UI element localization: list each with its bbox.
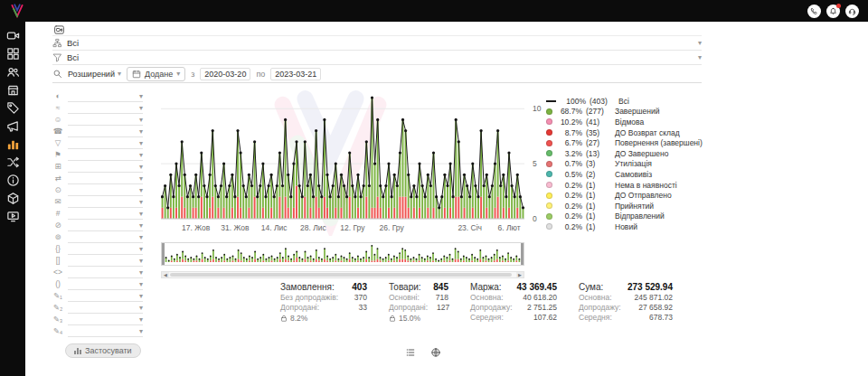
- dropdown: [68, 208, 143, 220]
- stat-title-label: Маржа:: [470, 282, 502, 292]
- sidebar-item-grid[interactable]: [6, 47, 20, 61]
- legend-label: ДО Завершено: [615, 149, 668, 158]
- notifications-button[interactable]: [826, 5, 840, 18]
- legend-item[interactable]: 8.7%(35)ДО Возврат склад: [546, 127, 703, 138]
- calendar-icon: [132, 70, 141, 79]
- svg-text:17. Жов: 17. Жов: [182, 223, 211, 232]
- scrollbar-thumb[interactable]: [170, 273, 512, 277]
- stat-sub-label: Допродані:: [389, 303, 428, 312]
- filter-email[interactable]: ✉: [52, 196, 143, 208]
- legend-count: (1): [586, 181, 611, 190]
- sidebar-item-info[interactable]: [6, 174, 20, 187]
- date-field-dropdown[interactable]: Додане: [127, 67, 185, 81]
- chart-navigator[interactable]: [161, 242, 524, 269]
- legend-percent: 68.7%: [556, 107, 582, 116]
- legend-item[interactable]: 0.7%(3)Утилізація: [546, 159, 703, 170]
- stat-column: Товари:845Основні:718Допродані:12715.0%: [389, 282, 448, 323]
- dot-swatch: [546, 161, 552, 167]
- filter-product[interactable]: ⊞: [52, 161, 143, 173]
- filter-dropdown-funnel[interactable]: Всі: [52, 51, 702, 65]
- filter-group[interactable]: ⊚: [52, 231, 143, 243]
- filter-tag-number[interactable]: #: [52, 208, 143, 220]
- legend-count: (1): [586, 191, 611, 200]
- stat-sub-row: Основні:718: [389, 293, 448, 302]
- date-to-input[interactable]: 2023-03-21: [270, 68, 321, 80]
- filter-custom-4[interactable]: (): [52, 278, 143, 290]
- sidebar-item-tags[interactable]: [6, 101, 20, 115]
- sidebar-item-marketing[interactable]: [6, 119, 20, 133]
- legend-item[interactable]: 0.2%(1)Прийнятий: [546, 201, 703, 212]
- filter-phone[interactable]: ☎: [52, 126, 143, 137]
- filter-dropdown-funnel-value: Всі: [67, 52, 79, 62]
- dropdown: [68, 220, 143, 231]
- video-source-icon[interactable]: [52, 23, 66, 34]
- stat-column: Сума:273 529.94Основна:245 871.02Допрода…: [579, 282, 673, 323]
- filter-custom-2[interactable]: []: [52, 255, 143, 267]
- globe-button[interactable]: [430, 345, 441, 356]
- legend-item[interactable]: 68.7%(277)Завершений: [546, 107, 703, 118]
- manager-icon: ☺: [52, 116, 63, 124]
- sidebar-item-products[interactable]: [6, 192, 20, 205]
- top-filters: Всі Всі Розширений Додане з 2020-03-20 п…: [52, 22, 702, 83]
- filter-note-1[interactable]: ✎₁: [52, 290, 143, 302]
- chevron-down-icon: [118, 70, 121, 78]
- filter-custom-1[interactable]: {}: [52, 243, 143, 255]
- filter-channel[interactable]: ≈: [52, 102, 143, 114]
- search-icon[interactable]: [52, 69, 62, 79]
- scroll-right-icon[interactable]: ▶: [516, 272, 524, 277]
- sidebar-item-users[interactable]: [6, 65, 20, 79]
- sidebar-item-analytics[interactable]: [6, 137, 20, 151]
- list-view-button[interactable]: [405, 345, 416, 356]
- chart-scrollbar[interactable]: ◀ ▶: [161, 271, 524, 278]
- legend-item[interactable]: 0.2%(1)Відправлений: [546, 212, 703, 222]
- legend-item[interactable]: 6.7%(27)Повернення (завершені): [546, 137, 703, 148]
- legend-item[interactable]: 0.2%(1)Нема в наявності: [546, 180, 703, 191]
- legend-item[interactable]: 0.2%(1)ДО Отправлено: [546, 190, 703, 201]
- filter-exchange[interactable]: ⇄: [52, 173, 143, 184]
- exchange-icon: ⇄: [52, 174, 63, 183]
- filter-dropdown-structure[interactable]: Всі: [52, 36, 702, 51]
- legend-item[interactable]: 100%(403)Всі: [546, 96, 703, 107]
- stat-sub-row: Середня:678.73: [579, 313, 673, 322]
- chevron-down-icon: [139, 164, 143, 171]
- search-mode-dropdown[interactable]: Розширений: [68, 70, 121, 79]
- angle-brackets-icon: <>: [52, 268, 63, 277]
- filter-target[interactable]: ⊙: [52, 184, 143, 196]
- filter-manager[interactable]: ☺: [52, 114, 143, 126]
- sidebar-item-media[interactable]: [6, 210, 20, 223]
- upsell-badge: 8.2%: [280, 314, 367, 323]
- filter-funnel[interactable]: ▽: [52, 137, 143, 149]
- legend-label: Відмова: [615, 118, 644, 127]
- filter-excluded[interactable]: ⊘: [52, 220, 143, 231]
- scroll-left-icon[interactable]: ◀: [162, 272, 169, 277]
- filter-status[interactable]: ◐: [52, 90, 143, 102]
- sidebar-item-store[interactable]: [6, 83, 20, 97]
- apply-button[interactable]: Застосувати: [65, 343, 141, 358]
- filter-custom-3[interactable]: <>: [52, 267, 143, 278]
- chevron-down-icon: [176, 70, 180, 78]
- legend-item[interactable]: 0.2%(1)Новий: [546, 221, 703, 232]
- stat-sub-label: Середня:: [579, 313, 612, 322]
- phone-button[interactable]: [807, 5, 821, 18]
- legend-percent: 0.2%: [556, 191, 582, 200]
- stat-sub-label: Основна:: [579, 293, 612, 302]
- orders-chart[interactable]: 051017. Жов31. Жов14. Лис28. Лис12. Гру2…: [161, 92, 555, 240]
- chevron-down-icon: [139, 305, 143, 312]
- stat-sub-row: Допродані:127: [389, 303, 448, 312]
- legend-item[interactable]: 0.5%(2)Самовивіз: [546, 169, 703, 180]
- support-button[interactable]: [845, 5, 859, 18]
- app-logo-icon[interactable]: [9, 3, 25, 19]
- dot-swatch: [546, 150, 552, 156]
- filter-note-3[interactable]: ✎₃: [52, 314, 143, 325]
- sidebar-item-video[interactable]: [6, 29, 20, 42]
- upsell-badge-value: 8.2%: [290, 314, 307, 323]
- filter-note-2[interactable]: ✎₂: [52, 302, 143, 314]
- sidebar-item-integrations[interactable]: [6, 155, 20, 169]
- legend-item[interactable]: 3.2%(13)ДО Завершено: [546, 148, 703, 159]
- legend-count: (403): [590, 97, 615, 106]
- chevron-down-icon: [139, 222, 143, 230]
- filter-flag[interactable]: ⚑: [52, 149, 143, 161]
- legend-item[interactable]: 10.2%(41)Відмова: [546, 117, 703, 127]
- filter-note-4[interactable]: ✎₄: [52, 325, 143, 337]
- date-from-input[interactable]: 2020-03-20: [200, 68, 250, 80]
